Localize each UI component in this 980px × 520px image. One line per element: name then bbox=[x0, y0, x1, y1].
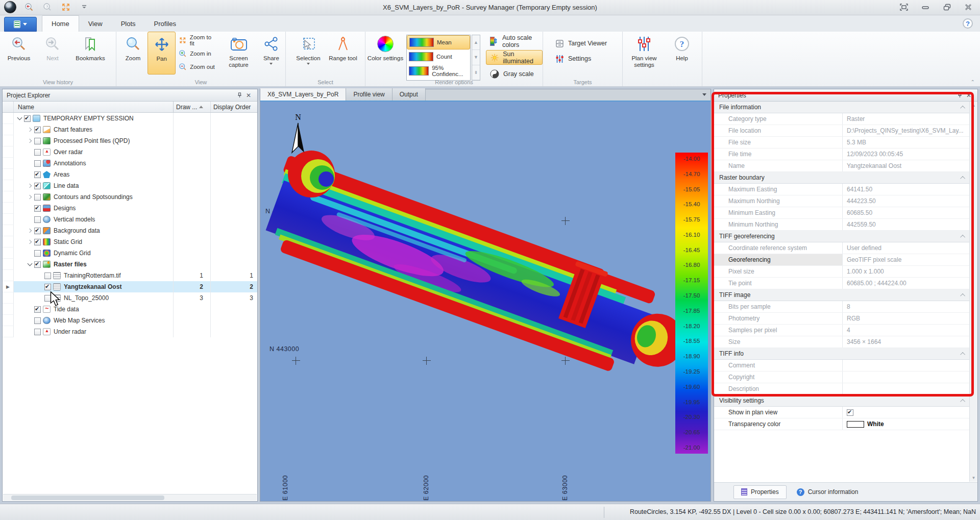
application-menu-button[interactable] bbox=[4, 17, 37, 32]
expander-open-icon[interactable] bbox=[16, 115, 23, 122]
zoom-out-button[interactable]: Zoom out bbox=[176, 60, 220, 73]
tree-row[interactable]: Static Grid bbox=[3, 236, 257, 247]
section-header[interactable]: Visibility settings bbox=[714, 395, 969, 407]
tree-item[interactable]: Processed Point files (QPD) bbox=[14, 135, 174, 146]
property-row[interactable]: NameYangtzekanaal Oost bbox=[714, 160, 969, 172]
property-row[interactable]: Size3456 × 1664 bbox=[714, 336, 969, 348]
tab-profiles[interactable]: Profiles bbox=[145, 15, 185, 32]
property-row[interactable]: Bits per sample8 bbox=[714, 301, 969, 313]
visibility-checkbox[interactable] bbox=[34, 306, 41, 313]
expander-closed-icon[interactable] bbox=[26, 227, 33, 234]
gallery-scroll-up-icon[interactable]: ▲ bbox=[472, 35, 480, 50]
horizontal-scrollbar[interactable] bbox=[3, 494, 257, 501]
property-row[interactable]: Description bbox=[714, 383, 969, 395]
tree-row[interactable]: TEMPORARY EMPTY SESSION bbox=[3, 113, 257, 124]
targets-settings-button[interactable]: Settings bbox=[550, 51, 622, 66]
collapse-section-icon[interactable] bbox=[960, 105, 965, 110]
tree-row[interactable]: Annotations bbox=[3, 158, 257, 169]
collapse-section-icon[interactable] bbox=[960, 234, 965, 239]
tab-plots[interactable]: Plots bbox=[112, 15, 145, 32]
gallery-item-mean[interactable]: Mean bbox=[407, 35, 470, 49]
property-row[interactable]: File locationD:\Projects_QINSy_testing\X… bbox=[714, 125, 969, 137]
footer-tab-properties[interactable]: Properties bbox=[733, 485, 787, 499]
tree-item[interactable]: Static Grid bbox=[14, 236, 174, 247]
range-tool-button[interactable]: Range tool bbox=[327, 32, 359, 75]
tree-item[interactable]: Vertical models bbox=[14, 214, 174, 225]
gallery-item-count[interactable]: Count bbox=[407, 49, 470, 64]
tree-row[interactable]: Raster files bbox=[3, 259, 257, 270]
visibility-checkbox[interactable] bbox=[24, 115, 31, 122]
tab-output[interactable]: Output bbox=[393, 88, 426, 101]
collapse-section-icon[interactable] bbox=[960, 352, 965, 357]
selection-button[interactable]: Selection bbox=[290, 32, 327, 75]
visibility-checkbox[interactable] bbox=[34, 205, 41, 212]
property-row[interactable]: Samples per pixel4 bbox=[714, 325, 969, 336]
tree-row[interactable]: TrainingRotterdam.tif11 bbox=[3, 270, 257, 281]
expander-closed-icon[interactable] bbox=[26, 182, 33, 189]
visibility-checkbox[interactable] bbox=[44, 273, 51, 279]
tree-item[interactable]: Yangtzekanaal Oost bbox=[14, 281, 174, 292]
property-row[interactable]: GeoreferencingGeoTIFF pixel scale bbox=[714, 254, 969, 266]
gallery-item-95-confidenc-[interactable]: 95% Confidenc... bbox=[407, 64, 470, 78]
checked-checkbox[interactable] bbox=[847, 409, 853, 416]
tab-home[interactable]: Home bbox=[42, 15, 79, 32]
target-viewer-button[interactable]: Target Viewer bbox=[550, 36, 622, 51]
plan-view-canvas[interactable]: N 444000 N 443000 E 61000 E 62000 E 6300… bbox=[260, 102, 711, 502]
section-header[interactable]: File information bbox=[714, 102, 969, 113]
tree-row[interactable]: Tide data bbox=[3, 304, 257, 315]
tree-item[interactable]: Annotations bbox=[14, 158, 174, 169]
tab-list-dropdown-icon[interactable] bbox=[702, 93, 706, 96]
section-header[interactable]: TIFF info bbox=[714, 348, 969, 360]
tree-item[interactable]: Under radar bbox=[14, 326, 174, 337]
tree-item[interactable]: Designs bbox=[14, 203, 174, 214]
sun-illuminated-button[interactable]: Sun illuminated bbox=[486, 50, 543, 65]
property-row[interactable]: File time12/09/2023 00:05:45 bbox=[714, 148, 969, 160]
property-row[interactable]: Category typeRaster bbox=[714, 113, 969, 125]
close-icon[interactable] bbox=[962, 2, 975, 13]
tab-profile-view[interactable]: Profile view bbox=[346, 88, 392, 101]
fullscreen-icon[interactable] bbox=[897, 2, 911, 13]
column-header-display-order[interactable]: Display Order bbox=[210, 102, 257, 112]
tree-row[interactable]: Contours and Spotsoundings bbox=[3, 191, 257, 203]
bookmarks-button[interactable]: Bookmarks bbox=[69, 32, 111, 75]
expander-open-icon[interactable] bbox=[26, 261, 33, 268]
tree-item[interactable]: Over radar bbox=[14, 146, 174, 158]
tree-row[interactable]: NL_Topo_2500033 bbox=[3, 292, 257, 304]
tree-item[interactable]: TrainingRotterdam.tif bbox=[14, 270, 174, 281]
collapse-section-icon[interactable] bbox=[960, 399, 965, 404]
expander-closed-icon[interactable] bbox=[26, 126, 33, 133]
screen-capture-button[interactable]: Screen capture bbox=[220, 32, 257, 75]
auto-scale-colors-button[interactable]: ⇕ Auto scale colors bbox=[486, 34, 543, 48]
property-row[interactable]: Maximum Northing444223.50 bbox=[714, 195, 969, 207]
visibility-checkbox[interactable] bbox=[34, 261, 41, 268]
visibility-checkbox[interactable] bbox=[44, 284, 51, 290]
next-button[interactable]: Next bbox=[36, 32, 69, 75]
tree-item[interactable]: Tide data bbox=[14, 304, 174, 315]
property-row[interactable]: Pixel size1.000 x 1.000 bbox=[714, 266, 969, 278]
visibility-checkbox[interactable] bbox=[34, 250, 41, 257]
help-icon[interactable]: ? bbox=[963, 18, 973, 29]
visibility-checkbox[interactable] bbox=[34, 183, 41, 189]
property-row[interactable]: Copyright bbox=[714, 372, 969, 383]
tab-plan-view[interactable]: X6_SVM_Layers_by_PoR bbox=[260, 88, 346, 101]
zoom-button[interactable]: Zoom bbox=[118, 32, 148, 75]
section-header[interactable]: TIFF image bbox=[714, 289, 969, 301]
close-icon[interactable]: ✕ bbox=[244, 91, 253, 100]
share-button[interactable]: Share bbox=[257, 32, 285, 75]
tree-row[interactable]: Web Map Services bbox=[3, 315, 257, 326]
visibility-checkbox[interactable] bbox=[34, 160, 41, 167]
tree-item[interactable]: Web Map Services bbox=[14, 315, 174, 326]
collapse-section-icon[interactable] bbox=[960, 293, 965, 298]
tree-item[interactable]: NL_Topo_25000 bbox=[14, 292, 174, 304]
tree-item[interactable]: Line data bbox=[14, 180, 174, 191]
pin-icon[interactable] bbox=[955, 91, 964, 100]
visibility-checkbox[interactable] bbox=[34, 149, 41, 156]
minimize-icon[interactable] bbox=[919, 2, 932, 13]
tab-view[interactable]: View bbox=[79, 15, 112, 32]
plan-view-settings-button[interactable]: Plan view settings bbox=[623, 32, 666, 75]
property-row[interactable]: Show in plan view bbox=[714, 407, 969, 418]
visibility-checkbox[interactable] bbox=[34, 171, 41, 178]
collapse-ribbon-icon[interactable]: ⌃ bbox=[971, 79, 975, 85]
tree-item[interactable]: Background data bbox=[14, 225, 174, 236]
scroll-up-icon[interactable]: ▲ bbox=[970, 102, 977, 109]
